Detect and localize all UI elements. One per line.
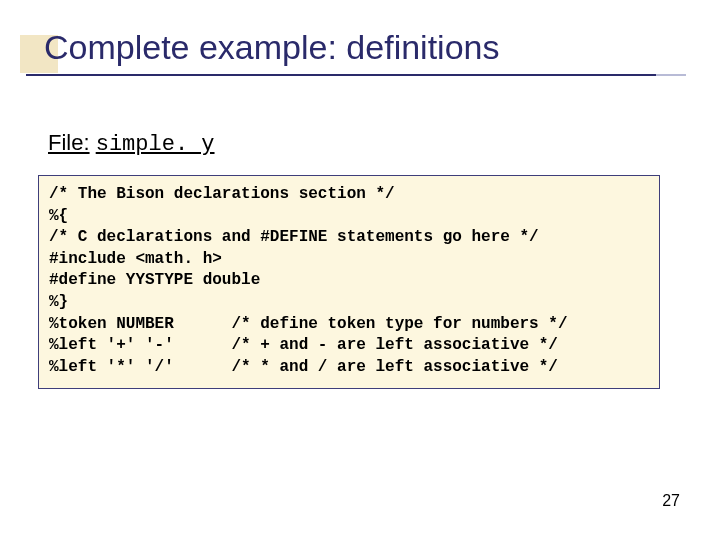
code-content: /* The Bison declarations section */ %{ … (49, 184, 649, 378)
code-box: /* The Bison declarations section */ %{ … (38, 175, 660, 389)
file-label: File: (48, 130, 90, 155)
file-line: File: simple. y (48, 130, 215, 157)
title-underline (26, 74, 656, 76)
slide-title: Complete example: definitions (44, 28, 499, 67)
page-number: 27 (662, 492, 680, 510)
file-name: simple. y (96, 132, 215, 157)
slide: Complete example: definitions File: simp… (0, 0, 720, 540)
